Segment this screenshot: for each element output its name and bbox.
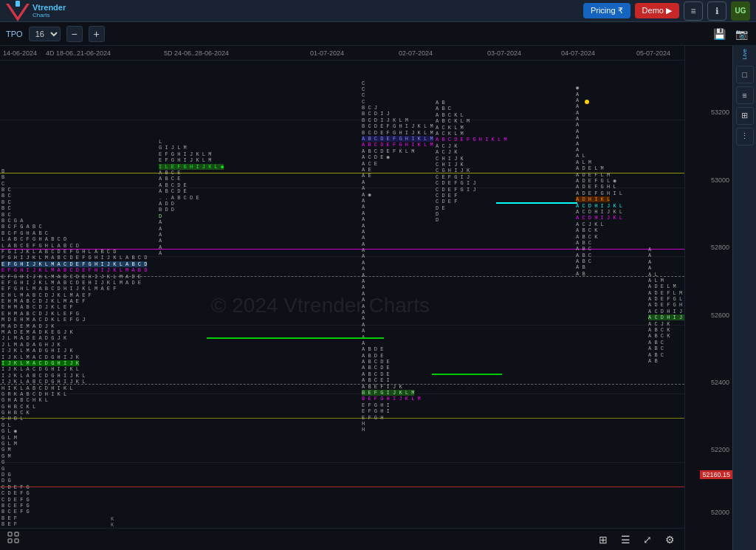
header: Vtrender Charts Pricing ₹ Demo ▶ ≡ ℹ UG bbox=[0, 0, 756, 22]
expand-button[interactable]: ⤢ bbox=[639, 531, 656, 549]
list-button[interactable]: ☰ bbox=[616, 531, 634, 549]
sidebar-btn-rect[interactable]: □ bbox=[736, 66, 754, 83]
info-button[interactable]: ℹ bbox=[707, 1, 726, 21]
price-52000: 52000 bbox=[711, 509, 729, 516]
svg-rect-4 bbox=[15, 532, 18, 536]
bottom-toolbar: ⊞ ☰ ⤢ ⚙ bbox=[0, 528, 684, 550]
date-label-7: 05-07-2024 bbox=[636, 49, 670, 57]
price-52200: 52200 bbox=[711, 446, 729, 453]
price-53000: 53000 bbox=[711, 176, 729, 184]
price-52600: 52600 bbox=[711, 312, 729, 319]
profile-block-3: C C C C B C J B C D I J B C D I J K L M … bbox=[362, 80, 433, 433]
plus-button[interactable]: + bbox=[89, 26, 105, 42]
save-button[interactable]: 💾 bbox=[710, 25, 728, 43]
main-layout: 14-06-2024 4D 18-06..21-06-2024 5D 24-06… bbox=[0, 46, 756, 550]
date-label-0: 14-06-2024 bbox=[3, 49, 37, 57]
menu-button[interactable]: ≡ bbox=[684, 1, 703, 21]
right-sidebar: Live □ ≡ ⊞ ⋮ bbox=[732, 46, 756, 550]
poc-line-3 bbox=[432, 374, 502, 375]
price-dot-top bbox=[585, 100, 589, 104]
demo-button[interactable]: Demo ▶ bbox=[635, 3, 679, 18]
price-scale: 53200 53000 52800 52600 52400 52200 5216… bbox=[684, 46, 732, 550]
price-52400: 52400 bbox=[711, 379, 729, 386]
svg-rect-6 bbox=[15, 539, 18, 543]
date-label-4: 02-07-2024 bbox=[399, 49, 433, 57]
date-label-1: 4D 18-06..21-06-2024 bbox=[46, 49, 111, 57]
profile-block-6: A A A A A L A L M A D E L M A D E F L M … bbox=[648, 247, 684, 364]
screenshot-button[interactable]: 📷 bbox=[732, 25, 750, 43]
avatar-button[interactable]: UG bbox=[731, 1, 750, 21]
profile-block-4: A B A B C A B C K L A B C K L M A C K L … bbox=[436, 100, 507, 224]
logo-text-group: Vtrender Charts bbox=[32, 3, 66, 18]
cyan-hline bbox=[496, 202, 577, 204]
svg-rect-3 bbox=[8, 532, 12, 536]
fullscreen-icon[interactable] bbox=[6, 530, 21, 547]
price-52800: 52800 bbox=[711, 244, 729, 251]
chart-container[interactable]: 14-06-2024 4D 18-06..21-06-2024 5D 24-06… bbox=[0, 46, 684, 550]
toolbar-right-icons: 💾 📷 bbox=[710, 25, 750, 43]
logo-icon bbox=[6, 1, 30, 21]
logo-area: Vtrender Charts bbox=[6, 1, 66, 21]
header-buttons: Pricing ₹ Demo ▶ ≡ ℹ UG bbox=[583, 1, 750, 21]
logo: Vtrender Charts bbox=[6, 1, 66, 21]
price-highlight: 52160.15 bbox=[700, 470, 732, 479]
date-bar: 14-06-2024 4D 18-06..21-06-2024 5D 24-06… bbox=[0, 46, 684, 61]
date-label-5: 03-07-2024 bbox=[487, 49, 521, 57]
date-label-6: 04-07-2024 bbox=[561, 49, 595, 57]
toolbar: TPO 16 5 30 − + 💾 📷 bbox=[0, 22, 756, 46]
profile-block-1: B B C B C B C B C B C B C B C G A B C F … bbox=[1, 168, 147, 550]
tpo-label: TPO bbox=[6, 30, 23, 38]
chart-canvas[interactable]: © 2024 Vtrender Charts B B C B bbox=[0, 61, 684, 550]
pricing-button[interactable]: Pricing ₹ bbox=[583, 3, 630, 18]
sidebar-btn-grid[interactable]: ⊞ bbox=[736, 107, 754, 125]
sidebar-btn-dots[interactable]: ⋮ bbox=[736, 128, 754, 145]
logo-sub: Charts bbox=[32, 13, 66, 18]
svg-rect-5 bbox=[8, 539, 12, 543]
profile-block-2: L G I J L M E F G H I J K L M E F G H I … bbox=[159, 139, 224, 256]
svg-rect-2 bbox=[16, 1, 20, 7]
logo-name: Vtrender bbox=[32, 3, 66, 12]
period-select[interactable]: 16 5 30 bbox=[29, 27, 61, 41]
date-label-2: 5D 24-06..28-06-2024 bbox=[164, 49, 229, 57]
price-53200: 53200 bbox=[711, 109, 729, 116]
sidebar-btn-lines[interactable]: ≡ bbox=[736, 86, 754, 104]
live-label: Live bbox=[741, 49, 748, 60]
tpo-bottom-label: KK bbox=[111, 516, 114, 528]
minus-button[interactable]: − bbox=[66, 26, 83, 42]
settings-button[interactable]: ⚙ bbox=[661, 531, 678, 549]
grid-button[interactable]: ⊞ bbox=[594, 531, 612, 549]
poc-line-1 bbox=[207, 337, 384, 339]
date-label-3: 01-07-2024 bbox=[310, 49, 344, 57]
profile-block-5: ◉ A A A A A A A A A A A L A L M A D E L … bbox=[576, 85, 622, 277]
